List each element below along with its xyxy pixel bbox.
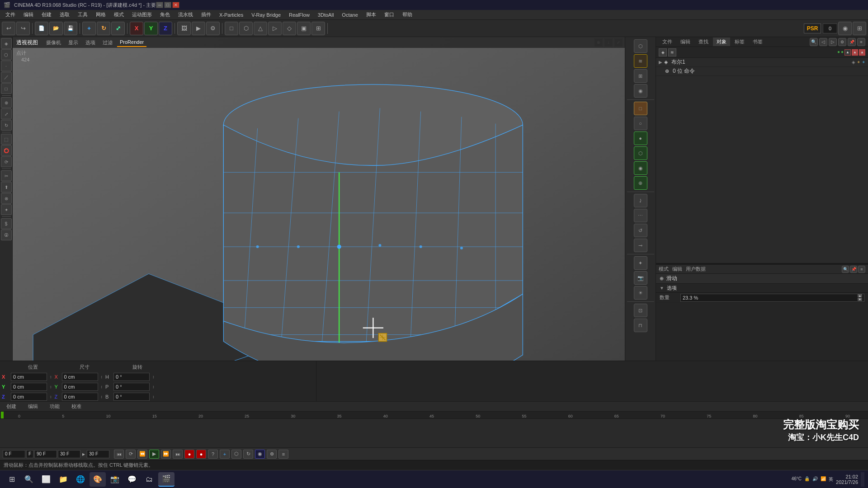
obj-green-4[interactable]: ⊕ xyxy=(634,176,647,190)
bookmark-tab[interactable]: 书签 xyxy=(749,38,766,46)
menu-角色[interactable]: 角色 xyxy=(156,10,174,19)
view-3-btn[interactable]: △ xyxy=(254,22,267,35)
count-down[interactable]: ▼ xyxy=(858,298,862,301)
next-btn[interactable]: ▷ xyxy=(829,38,837,46)
edge-mode-btn[interactable]: ／ xyxy=(1,72,12,83)
next-frame-btn[interactable]: ⏩ xyxy=(161,450,171,459)
obj-panel-icon-1[interactable]: ◈ xyxy=(659,48,667,56)
timeline-last-btn[interactable]: ≡ xyxy=(278,450,288,459)
file-tab[interactable]: 文件 xyxy=(659,38,676,46)
frame-type-btn[interactable]: F xyxy=(26,450,33,458)
render-btn[interactable]: ▶ xyxy=(192,22,205,35)
render-view-btn[interactable]: 🖼 xyxy=(177,22,191,35)
view-4-btn[interactable]: ▷ xyxy=(268,22,282,35)
count-input-field[interactable]: 23.3 % ▲ ▼ xyxy=(680,294,864,302)
start-button[interactable]: ⊞ xyxy=(4,472,20,487)
move-tool-btn[interactable]: + xyxy=(82,22,96,35)
x-axis-btn[interactable]: X xyxy=(130,22,143,35)
weld-lt-btn[interactable]: ✦ xyxy=(1,204,12,215)
file-btn[interactable]: 🗂 xyxy=(141,472,157,487)
menu-运动图形[interactable]: 运动图形 xyxy=(128,10,156,19)
extrude-lt-btn[interactable]: ⬆ xyxy=(1,182,12,192)
rotate-lt-btn[interactable]: ↻ xyxy=(1,120,12,131)
timeline-more-btn[interactable]: ⊕ xyxy=(267,450,277,459)
scale-tool-btn[interactable]: ⤢ xyxy=(111,22,125,35)
show-desktop-btn[interactable] xyxy=(861,472,864,487)
more-btn[interactable]: ≡ xyxy=(857,38,865,46)
knife-lt-btn[interactable]: ✂ xyxy=(1,170,12,181)
y-axis-btn[interactable]: Y xyxy=(144,22,158,35)
open-button[interactable]: 📂 xyxy=(49,22,63,35)
save-button[interactable]: 💾 xyxy=(64,22,77,35)
tl-func-tab[interactable]: 功能 xyxy=(46,402,63,411)
view-2-btn[interactable]: ⬡ xyxy=(239,22,253,35)
z-rot[interactable]: 0 ° xyxy=(113,393,150,401)
move-lt-btn[interactable]: ⊕ xyxy=(1,97,12,108)
options-header[interactable]: ▼ 选项 xyxy=(656,284,868,293)
camera-btn[interactable]: 📷 xyxy=(634,271,647,285)
frame-range-input[interactable]: 30 F xyxy=(58,450,80,458)
filter-tab[interactable]: 过滤 xyxy=(100,38,115,47)
view-5-btn[interactable]: ◇ xyxy=(283,22,296,35)
soft-sel-lt-btn[interactable]: ⦿ xyxy=(1,230,12,240)
photo-btn[interactable]: 📸 xyxy=(107,472,123,487)
menu-Octane[interactable]: Octane xyxy=(338,11,361,19)
camera-tab[interactable]: 摄像机 xyxy=(43,38,64,47)
attr-search-btn[interactable]: 🔍 xyxy=(842,266,849,273)
prev-btn[interactable]: ◁ xyxy=(819,38,827,46)
search-icon-btn[interactable]: 🔍 xyxy=(810,38,818,46)
count-spinners[interactable]: ▲ ▼ xyxy=(858,294,862,301)
current-frame-input[interactable]: 0 F xyxy=(3,450,25,458)
jump-start-btn[interactable]: ⏮ xyxy=(114,450,124,459)
obj-sphere-btn[interactable]: ○ xyxy=(634,117,647,130)
tl-create-tab[interactable]: 创建 xyxy=(3,402,20,411)
x-rot[interactable]: 0 ° xyxy=(113,373,150,381)
z-pos[interactable]: 0 cm xyxy=(11,393,47,401)
light-btn[interactable]: ☀ xyxy=(634,286,647,300)
deform-2[interactable]: ⋯ xyxy=(634,209,647,222)
attr-more-btn[interactable]: ≡ xyxy=(858,266,865,273)
y-rot[interactable]: 0 ° xyxy=(113,383,150,391)
tl-edit-tab[interactable]: 编辑 xyxy=(24,402,42,411)
magnet-lt-btn[interactable]: $ xyxy=(1,218,12,229)
options-tab[interactable]: 选项 xyxy=(83,38,98,47)
menu-脚本[interactable]: 脚本 xyxy=(363,10,380,19)
menu-X-Particles[interactable]: X-Particles xyxy=(216,11,247,19)
obj-green-3[interactable]: ◉ xyxy=(634,161,647,175)
object-manager-btn[interactable]: ⬡ xyxy=(634,39,647,53)
menu-插件[interactable]: 插件 xyxy=(198,10,215,19)
timeline-tracks[interactable] xyxy=(0,419,868,447)
search-taskbar-btn[interactable]: 🔍 xyxy=(21,472,37,487)
help-btn[interactable]: ? xyxy=(208,450,218,459)
undo-button[interactable]: ↩ xyxy=(2,22,15,35)
material-icon-btn[interactable]: ◉ xyxy=(838,22,852,35)
timeline-blue-btn[interactable]: ◉ xyxy=(255,450,265,459)
menu-流水线[interactable]: 流水线 xyxy=(175,10,197,19)
edit-tab[interactable]: 编辑 xyxy=(677,38,694,46)
prev-frame-btn[interactable]: ⏪ xyxy=(137,450,147,459)
key-type-btn[interactable]: ⬡ xyxy=(231,450,241,459)
menu-模式[interactable]: 模式 xyxy=(110,10,127,19)
deform-4[interactable]: ⊸ xyxy=(634,239,647,252)
explorer-btn[interactable]: 📁 xyxy=(55,472,71,487)
c4d-active-btn[interactable]: 🎬 xyxy=(158,472,175,487)
render-region-btn[interactable]: ⊡ xyxy=(634,304,647,317)
model-mode-btn[interactable]: ◈ xyxy=(1,38,12,49)
x-pos[interactable]: 0 cm xyxy=(11,373,47,381)
menu-选取[interactable]: 选取 xyxy=(56,10,73,19)
view-1-btn[interactable]: □ xyxy=(225,22,238,35)
find-tab[interactable]: 查找 xyxy=(695,38,712,46)
menu-编辑[interactable]: 编辑 xyxy=(20,10,37,19)
menu-V-Ray Bridge[interactable]: V-Ray Bridge xyxy=(248,11,284,19)
wechat-btn[interactable]: 💬 xyxy=(124,472,140,487)
browser-btn[interactable]: 🌐 xyxy=(72,472,89,487)
tl-calib-tab[interactable]: 校准 xyxy=(68,402,85,411)
obj-panel-icon-2[interactable]: ≋ xyxy=(668,48,676,56)
tag-tab[interactable]: 标签 xyxy=(731,38,748,46)
view-7-btn[interactable]: ⊞ xyxy=(311,22,325,35)
settings-btn[interactable]: ⚙ xyxy=(838,38,846,46)
layer-icon-btn[interactable]: ⊞ xyxy=(853,22,866,35)
spline-1[interactable]: ✦ xyxy=(634,256,647,270)
obj-green-1[interactable]: ● xyxy=(634,131,647,145)
record-auto-btn[interactable]: ● xyxy=(196,450,206,459)
